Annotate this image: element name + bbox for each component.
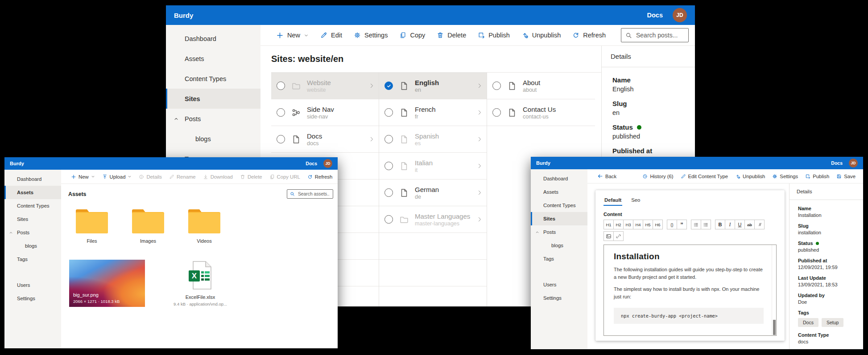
- unpublish-button[interactable]: Unpublish: [732, 172, 768, 181]
- search-input[interactable]: [635, 31, 684, 39]
- sidebar-item-settings[interactable]: Settings: [531, 291, 587, 305]
- sidebar-item-tags[interactable]: Tags: [4, 253, 61, 266]
- settings-button[interactable]: Settings: [349, 29, 393, 41]
- environment-label[interactable]: Docs: [647, 12, 663, 19]
- tree-row-german[interactable]: Germande: [379, 180, 487, 206]
- radio[interactable]: [384, 188, 393, 197]
- details-button[interactable]: Details: [136, 172, 165, 181]
- insert-link-button[interactable]: [613, 231, 624, 241]
- tree-row-side-nav[interactable]: Side Navside-nav: [271, 99, 379, 126]
- sidebar-item-posts[interactable]: Posts: [4, 226, 61, 239]
- radio[interactable]: [277, 135, 285, 143]
- sidebar-item-blogs[interactable]: blogs: [166, 129, 260, 149]
- avatar[interactable]: JD: [849, 159, 858, 167]
- radio-checked[interactable]: [384, 82, 393, 90]
- sidebar-item-blogs[interactable]: blogs: [4, 239, 61, 253]
- tree-row-english[interactable]: Englishen: [379, 73, 487, 99]
- sidebar-item-posts[interactable]: Posts: [531, 225, 587, 239]
- inline-code-button[interactable]: [754, 220, 765, 229]
- tree-row-website[interactable]: Websitewebsite: [271, 73, 379, 99]
- folder-tile-images[interactable]: Images: [129, 208, 167, 244]
- file-tile-excel[interactable]: X ExcelFile.xlsx 9.4 kB · application/vn…: [171, 260, 230, 306]
- numbered-list-button[interactable]: [701, 220, 711, 229]
- sidebar-item-assets[interactable]: Assets: [4, 186, 61, 199]
- sidebar-item-sites[interactable]: Sites: [166, 89, 260, 109]
- publish-button[interactable]: Publish: [473, 29, 515, 41]
- tab-default[interactable]: Default: [603, 196, 622, 206]
- environment-label[interactable]: Docs: [831, 160, 843, 166]
- new-button[interactable]: New: [68, 172, 98, 181]
- h1-button[interactable]: H1: [603, 220, 614, 229]
- h5-button[interactable]: H5: [643, 220, 653, 229]
- tree-row-master-languages[interactable]: Master Languagesmaster-languages: [379, 206, 487, 233]
- avatar[interactable]: JD: [673, 8, 687, 22]
- copy-button[interactable]: Copy: [394, 29, 430, 41]
- sidebar-item-dashboard[interactable]: Dashboard: [166, 29, 260, 49]
- h2-button[interactable]: H2: [613, 220, 624, 229]
- avatar[interactable]: JD: [323, 159, 332, 168]
- view-mode-button[interactable]: [337, 172, 338, 181]
- sidebar-item-settings[interactable]: Settings: [4, 292, 61, 305]
- sidebar-item-users[interactable]: Users: [531, 278, 587, 291]
- sidebar-item-dashboard[interactable]: Dashboard: [4, 172, 61, 186]
- rename-button[interactable]: Rename: [166, 172, 199, 181]
- history-button[interactable]: History (6): [639, 172, 676, 181]
- sidebar-item-content-types[interactable]: Content Types: [4, 199, 61, 212]
- edit-content-type-button[interactable]: Edit Content Type: [678, 172, 732, 181]
- tree-row-french[interactable]: Frenchfr: [379, 99, 487, 126]
- h6-button[interactable]: H6: [653, 220, 663, 229]
- unpublish-button[interactable]: Unpublish: [517, 29, 566, 41]
- scrollbar[interactable]: [772, 245, 776, 335]
- delete-button[interactable]: Delete: [237, 172, 265, 181]
- tag-chip[interactable]: Docs: [798, 318, 818, 327]
- blockquote-button[interactable]: ”: [677, 220, 687, 229]
- folder-tile-videos[interactable]: Videos: [185, 208, 223, 244]
- settings-button[interactable]: Settings: [769, 172, 801, 181]
- download-button[interactable]: Download: [200, 172, 236, 181]
- code-block-button[interactable]: {}: [667, 220, 677, 229]
- h4-button[interactable]: H4: [633, 220, 643, 229]
- tree-row-docs[interactable]: Docsdocs: [271, 126, 379, 153]
- tab-seo[interactable]: Seo: [630, 196, 641, 206]
- radio[interactable]: [384, 215, 393, 224]
- underline-button[interactable]: U: [735, 220, 745, 229]
- sidebar-item-assets[interactable]: Assets: [166, 49, 260, 69]
- sidebar-item-sites[interactable]: Sites: [4, 212, 61, 226]
- radio[interactable]: [492, 108, 501, 117]
- sidebar-item-assets[interactable]: Assets: [531, 185, 587, 199]
- radio[interactable]: [384, 135, 393, 143]
- delete-button[interactable]: Delete: [432, 29, 471, 41]
- copy-url-button[interactable]: Copy URL: [266, 172, 303, 181]
- tree-row-contact-us[interactable]: Contact Uscontact-us: [487, 99, 595, 126]
- radio[interactable]: [492, 82, 501, 90]
- radio[interactable]: [384, 162, 393, 170]
- refresh-button[interactable]: Refresh: [567, 29, 611, 41]
- radio[interactable]: [277, 108, 285, 117]
- sidebar-item-content-types[interactable]: Content Types: [531, 199, 587, 212]
- upload-button[interactable]: Upload: [99, 172, 135, 181]
- insert-image-button[interactable]: [603, 231, 614, 241]
- sidebar-item-content-types[interactable]: Content Types: [166, 69, 260, 89]
- tag-chip[interactable]: Setup: [822, 318, 843, 327]
- radio[interactable]: [277, 82, 285, 90]
- publish-button[interactable]: Publish: [802, 172, 832, 181]
- sidebar-item-posts[interactable]: Posts: [166, 109, 260, 129]
- tree-row-spanish[interactable]: Spanishes: [379, 126, 487, 153]
- italic-button[interactable]: I: [725, 220, 735, 229]
- edit-button[interactable]: Edit: [315, 29, 347, 41]
- sidebar-item-blogs[interactable]: blogs: [531, 239, 587, 252]
- sidebar-item-sites[interactable]: Sites: [531, 212, 587, 225]
- save-button[interactable]: Save: [833, 172, 859, 181]
- tree-row-about[interactable]: Aboutabout: [487, 73, 595, 99]
- file-tile-big-sur[interactable]: big_sur.png 2066 × 1271 · 1018.3 kB: [69, 260, 145, 307]
- bullet-list-button[interactable]: [691, 220, 701, 229]
- radio[interactable]: [384, 108, 393, 117]
- bold-button[interactable]: B: [715, 220, 725, 229]
- new-button[interactable]: New: [271, 29, 314, 42]
- back-button[interactable]: Back: [594, 171, 620, 181]
- sidebar-item-users[interactable]: Users: [4, 278, 61, 292]
- folder-tile-files[interactable]: Files: [73, 208, 111, 244]
- tree-row-italian[interactable]: Italianit: [379, 153, 487, 180]
- scrollbar-thumb[interactable]: [773, 320, 776, 335]
- environment-label[interactable]: Docs: [306, 161, 317, 166]
